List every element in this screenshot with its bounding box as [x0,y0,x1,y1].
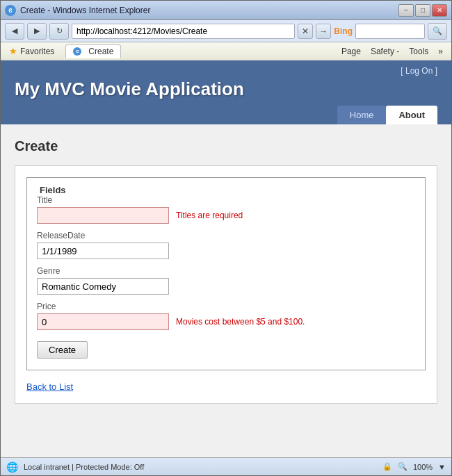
close-button[interactable]: ✕ [432,4,447,17]
tab-icon: e [73,47,81,56]
favorites-label: Favorites [20,47,54,56]
release-date-input[interactable] [37,243,169,259]
forward-button[interactable]: ▶ [27,23,47,40]
genre-field-row: Genre [37,266,415,295]
status-text: Local intranet | Protected Mode: Off [24,463,377,471]
title-input[interactable] [37,207,169,224]
tab-label: Create [88,47,113,56]
lock-icon: 🔒 [382,462,392,471]
menu-expand-icon[interactable]: » [434,45,447,58]
address-input[interactable] [72,24,295,39]
fields-fieldset: Fields Title Titles are required Release… [26,177,426,370]
search-input[interactable] [355,24,425,39]
browser-icon: e [5,5,16,16]
menu-bar: Page Safety - Tools » [337,45,447,58]
create-button[interactable]: Create [37,341,88,359]
title-field-row: Title Titles are required [37,195,415,224]
zoom-level: 100% [413,463,433,471]
minimize-button[interactable]: − [398,4,414,17]
form-container: Fields Title Titles are required Release… [15,165,437,404]
nav-about[interactable]: About [386,106,437,124]
stop-button[interactable]: ✕ [298,24,313,39]
price-input[interactable] [37,313,169,330]
go-button[interactable]: → [316,24,331,39]
fieldset-legend: Fields [37,185,415,195]
log-on-bar: [ Log On ] [15,66,437,76]
price-error: Movies cost between $5 and $100. [176,317,305,327]
genre-input[interactable] [37,278,169,295]
title-wrap: Titles are required [37,207,415,224]
app-title: My MVC Movie Application [15,79,437,100]
favorites-bar: ★ Favorites e Create Page Safety - Tools… [1,42,451,60]
bing-icon: Bing [334,26,353,36]
price-wrap: Movies cost between $5 and $100. [37,313,415,330]
title-bar: e Create - Windows Internet Explorer − □… [1,1,451,20]
price-field-row: Price Movies cost between $5 and $100. [37,302,415,330]
status-bar: 🌐 Local intranet | Protected Mode: Off 🔒… [1,457,451,475]
main-content: Create Fields Title Titles are required [1,124,451,457]
back-button[interactable]: ◀ [5,23,24,40]
page-title: Create [15,138,437,154]
back-to-list-link[interactable]: Back to List [26,381,73,392]
browser-window: e Create - Windows Internet Explorer − □… [0,0,452,476]
release-date-field-row: ReleaseDate [37,231,415,259]
window-controls: − □ ✕ [398,4,447,17]
search-button[interactable]: 🔍 [428,23,447,40]
genre-label: Genre [37,266,415,276]
status-icon: 🌐 [6,461,18,473]
refresh-button[interactable]: ↻ [49,23,69,40]
tools-menu[interactable]: Tools [405,45,433,58]
window-title: Create - Windows Internet Explorer [20,6,398,15]
tab-create[interactable]: e Create [65,44,121,58]
release-date-label: ReleaseDate [37,231,415,240]
safety-menu[interactable]: Safety - [366,45,403,58]
zoom-icon: 🔍 [398,462,407,471]
title-error: Titles are required [176,211,243,220]
browser-content: [ Log On ] My MVC Movie Application Home… [1,60,451,457]
genre-wrap [37,278,415,295]
nav-bar: Home About [15,106,437,124]
release-date-wrap [37,243,415,259]
favorites-button[interactable]: ★ Favorites [5,44,58,58]
star-icon: ★ [9,46,17,56]
address-bar: ◀ ▶ ↻ ✕ → Bing 🔍 [1,20,451,42]
maximize-button[interactable]: □ [415,4,430,17]
app-header: [ Log On ] My MVC Movie Application Home… [1,60,451,124]
nav-home[interactable]: Home [337,106,387,124]
log-on-link[interactable]: [ Log On ] [401,66,437,76]
title-label: Title [37,195,415,205]
zoom-dropdown-icon[interactable]: ▼ [438,463,446,471]
price-label: Price [37,302,415,311]
status-right: 🔒 🔍 100% ▼ [382,462,446,471]
page-menu[interactable]: Page [337,45,365,58]
